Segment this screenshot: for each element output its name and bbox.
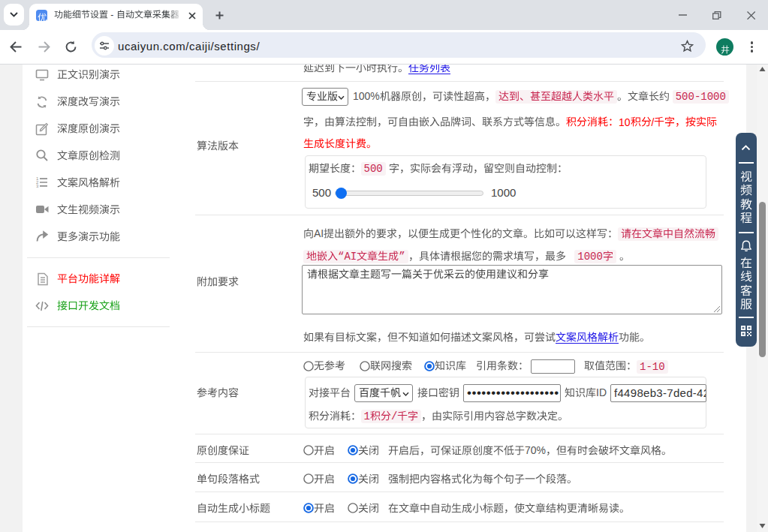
- svg-text:3: 3: [36, 184, 39, 188]
